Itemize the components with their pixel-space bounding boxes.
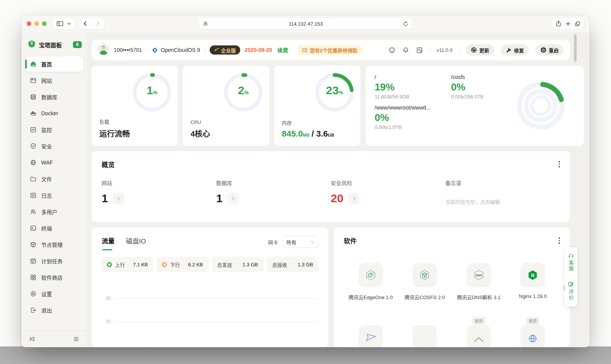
tab-disk-io[interactable]: 磁盘IO (126, 236, 146, 245)
menu-list-icon[interactable] (73, 336, 79, 342)
website-icon (30, 77, 37, 84)
software-menu-icon[interactable] (559, 237, 560, 244)
os-info: OpenCloudOS 9 (152, 47, 200, 53)
nav-buttons (79, 18, 104, 29)
traffic-total-sent-stat: 总发送 1.3 GB (212, 257, 263, 272)
app-edgeone[interactable]: 腾讯云EdgeOne 1.0 (344, 263, 398, 301)
overview-title: 概览 (102, 159, 560, 169)
edgeone-icon (364, 269, 377, 281)
repair-button[interactable]: 修复 (501, 44, 529, 56)
software-title: 软件 (344, 236, 560, 245)
wrench-icon (506, 47, 512, 53)
support-panel: 客服 评价 (564, 247, 577, 307)
reload-icon[interactable] (403, 21, 409, 27)
sidebar-item-monitor[interactable]: 监控 (25, 122, 83, 137)
traffic-up-stat: 上行 7.1 KB (102, 257, 153, 272)
websites-arrow-button[interactable] (113, 193, 124, 204)
logo-row: 宝塔面板 0 (21, 32, 87, 56)
browser-toolbar: 114.132.47.153 (21, 15, 590, 32)
sidebar-item-docker[interactable]: Docker (25, 106, 83, 121)
app-dns[interactable]: DNS 腾讯云DNS解析 3.1 (452, 263, 506, 301)
feedback-button[interactable]: 评价 (568, 281, 574, 301)
stats-row: 1% 负载 运行流畅 2% (92, 66, 570, 146)
sidebar-item-settings[interactable]: 设置 (25, 286, 83, 301)
coupon-banner[interactable]: 您有2个优惠券待领取 (298, 45, 361, 55)
edit-icon (568, 281, 574, 287)
sidebar-item-databases[interactable]: 数据库 (25, 89, 83, 105)
opencloudos-icon (152, 47, 158, 53)
sidebar: 宝塔面板 0 首页 网站 数据库 Docker (21, 32, 87, 347)
app-nginx[interactable]: N Nginx 1.28.0 (506, 263, 560, 301)
coupon-icon (302, 47, 307, 53)
load-status: 运行流畅 (99, 128, 130, 139)
app-cosfs[interactable]: 腾讯云COSFS 2.0 (398, 263, 452, 301)
reader-icon[interactable] (202, 21, 209, 27)
log-icon (30, 192, 37, 199)
shield-check-icon (30, 143, 37, 150)
nic-select[interactable]: 所有 (282, 236, 318, 248)
tab-overview-icon[interactable] (574, 21, 581, 27)
avatar[interactable] (98, 43, 109, 56)
app-partial-2[interactable] (398, 325, 452, 347)
disk-cosfs: /cosfs 0% 0.00b/256.0TB (451, 74, 512, 100)
zoom-window-button[interactable] (42, 21, 47, 26)
disk-card: / 19% 11.8GB/59.9GB /www/wwwroot/wwwd...… (365, 66, 584, 146)
browser-sidebar-icon[interactable] (56, 20, 64, 27)
sidebar-item-logout[interactable]: 退出 (25, 303, 83, 318)
collapse-sidebar-icon[interactable] (29, 336, 36, 342)
back-button[interactable] (82, 21, 88, 27)
update-button[interactable]: 更新 (466, 44, 494, 56)
new-tab-icon[interactable] (565, 21, 571, 27)
sidebar-item-files[interactable]: 文件 (25, 171, 83, 187)
baota-logo-icon (27, 40, 36, 50)
memo-icon[interactable] (416, 47, 423, 54)
overview-websites: 网站 1 (102, 179, 216, 205)
sidebar-item-cron[interactable]: 计划任务 (25, 253, 83, 269)
sidebar-toggle-group (53, 18, 75, 29)
app-partial-1[interactable] (344, 325, 398, 347)
scrollbar-thumb[interactable] (574, 34, 577, 62)
renew-link[interactable]: 续费 (277, 46, 288, 54)
app-partial-4[interactable]: 推荐 (506, 325, 560, 347)
customer-service-button[interactable]: 客服 (568, 253, 574, 272)
docker-icon (30, 110, 37, 117)
address-bar[interactable]: 114.132.47.153 (199, 18, 412, 29)
sidebar-item-security[interactable]: 安全 (25, 139, 83, 154)
down-dot-icon (162, 262, 167, 267)
sidebar-menu: 首页 网站 数据库 Docker 监控 (21, 56, 87, 330)
sidebar-item-multiuser[interactable]: 多用户 (25, 204, 83, 219)
restart-button[interactable]: 重启 (535, 44, 564, 56)
memo-placeholder[interactable]: 当前内容为空，点击编辑 (445, 198, 560, 205)
app-store-icon (30, 274, 37, 281)
sidebar-item-websites[interactable]: 网站 (25, 73, 83, 88)
close-window-button[interactable] (27, 21, 31, 26)
message-count-badge[interactable]: 0 (73, 41, 82, 48)
security-risks-arrow-button[interactable] (348, 193, 359, 204)
browser-actions (552, 18, 584, 29)
forward-button[interactable] (95, 21, 101, 27)
database-icon (30, 93, 37, 100)
sidebar-item-waf[interactable]: WAF (25, 155, 83, 170)
share-icon[interactable] (555, 20, 562, 27)
minimize-window-button[interactable] (34, 21, 39, 26)
sidebar-item-appstore[interactable]: 软件商店 (25, 270, 83, 285)
tab-traffic[interactable]: 流量 (102, 236, 115, 245)
databases-arrow-button[interactable] (227, 193, 239, 204)
overview-menu-icon[interactable] (559, 161, 560, 168)
app-partial-3[interactable]: 推荐 (452, 325, 506, 347)
sidebar-item-home[interactable]: 首页 (25, 56, 83, 72)
bell-icon[interactable] (402, 47, 409, 54)
load-percent: 1 (147, 85, 153, 96)
app-title: 宝塔面板 (39, 41, 62, 49)
edition-badge[interactable]: 企业版 (210, 45, 240, 55)
account-name[interactable]: 100••••5701 (114, 47, 142, 53)
sidebar-item-terminal[interactable]: 终端 (25, 221, 83, 236)
dns-icon: DNS (472, 269, 485, 281)
sidebar-item-nodes[interactable]: 节点管理 (25, 237, 83, 252)
url-text: 114.132.47.153 (209, 21, 403, 27)
edition-brush-icon (214, 47, 219, 53)
cpu-percent: 2 (238, 85, 244, 96)
chevron-down-icon[interactable] (67, 21, 71, 26)
sidebar-item-logs[interactable]: 日志 (25, 188, 83, 203)
theme-icon[interactable] (388, 47, 396, 54)
